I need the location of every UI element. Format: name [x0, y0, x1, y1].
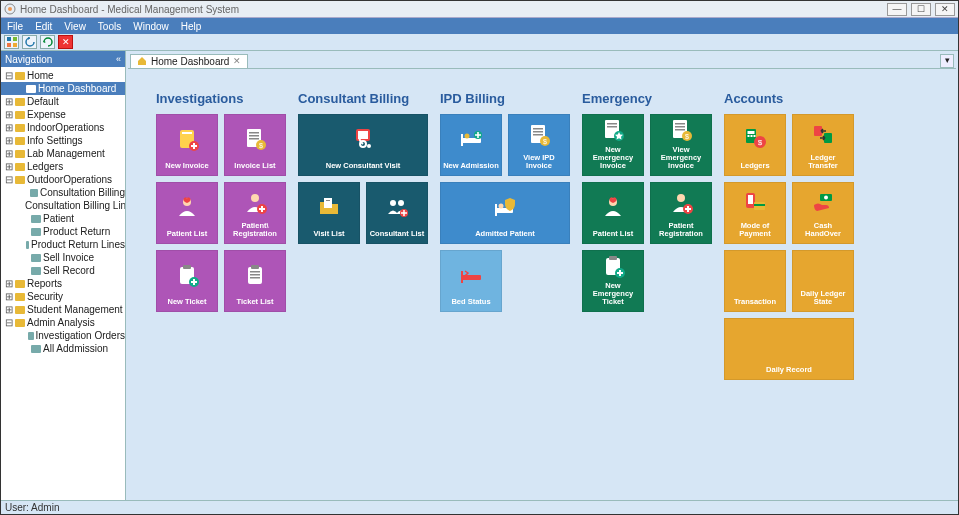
menu-view[interactable]: View [64, 21, 86, 32]
doc-money-icon: $ [526, 119, 552, 151]
tree-item-label: Consultation Billing [40, 187, 125, 198]
tab-dropdown-icon[interactable]: ▾ [940, 54, 954, 68]
tree-item[interactable]: ⊞Default [1, 95, 125, 108]
dashboard-section: EmergencyNew Emergency Invoice$View Emer… [582, 91, 712, 312]
svg-rect-70 [754, 135, 756, 137]
tree-item-label: Product Return [43, 226, 110, 237]
menu-tools[interactable]: Tools [98, 21, 121, 32]
tile[interactable]: Transaction [724, 250, 786, 312]
blank-icon [776, 323, 802, 363]
tile[interactable]: Patient List [582, 182, 644, 244]
tree-item[interactable]: ⊞Student Management [1, 303, 125, 316]
tile[interactable]: Consultant List [366, 182, 428, 244]
menu-window[interactable]: Window [133, 21, 169, 32]
tree-item[interactable]: Sell Record [1, 264, 125, 277]
tree-item[interactable]: Consultation Billing [1, 186, 125, 199]
doc-money-icon: $ [668, 117, 694, 143]
tree-item-label: Admin Analysis [27, 317, 95, 328]
tree-item[interactable]: ⊟Home [1, 69, 125, 82]
tree-item[interactable]: Home Dashboard [1, 82, 125, 95]
tree-item-label: Security [27, 291, 63, 302]
hand-cash-icon [810, 187, 836, 219]
tile[interactable]: Daily Record [724, 318, 854, 380]
tile[interactable]: Ticket List [224, 250, 286, 312]
tile[interactable]: New Consultant Visit [298, 114, 428, 176]
tree-item[interactable]: All Addmission [1, 342, 125, 355]
toolbar-button-back-icon[interactable] [22, 35, 37, 49]
tile[interactable]: New Admission [440, 114, 502, 176]
tile-label: Daily Ledger State [795, 290, 851, 306]
tile-label: Ledgers [740, 162, 769, 170]
tabstrip: Home Dashboard ✕ ▾ [128, 53, 956, 69]
menu-file[interactable]: File [7, 21, 23, 32]
tile-grid: $LedgersLedger TransferMode of PaymentCa… [724, 114, 854, 380]
tree-item[interactable]: ⊞Security [1, 290, 125, 303]
tree-item[interactable]: Product Return [1, 225, 125, 238]
tree-item[interactable]: ⊟OutdoorOperations [1, 173, 125, 186]
tile[interactable]: Patient Registration [650, 182, 712, 244]
tree-item[interactable]: Investigation Orders [1, 329, 125, 342]
tile[interactable]: Bed Status [440, 250, 502, 312]
section-title: IPD Billing [440, 91, 570, 106]
tile-label: New Consultant Visit [326, 162, 400, 170]
tile[interactable]: Visit List [298, 182, 360, 244]
folder-icon [15, 176, 25, 184]
minimize-button[interactable]: — [887, 3, 907, 16]
tile-label: Transaction [734, 298, 776, 306]
tile[interactable]: New Ticket [156, 250, 218, 312]
bed-plus-icon [458, 119, 484, 159]
tree-item[interactable]: ⊟Admin Analysis [1, 316, 125, 329]
tile[interactable]: Ledger Transfer [792, 114, 854, 176]
tree-item[interactable]: ⊞IndoorOperations [1, 121, 125, 134]
tile[interactable]: $Invoice List [224, 114, 286, 176]
maximize-button[interactable]: ☐ [911, 3, 931, 16]
tile[interactable]: New Emergency Ticket [582, 250, 644, 312]
menu-edit[interactable]: Edit [35, 21, 52, 32]
tree-item[interactable]: Patient [1, 212, 125, 225]
tile[interactable]: Patient\ Registration [224, 182, 286, 244]
navigation-tree[interactable]: ⊟HomeHome Dashboard⊞Default⊞Expense⊞Indo… [1, 67, 125, 500]
svg-rect-30 [324, 198, 332, 208]
tile-label: Patient List [593, 230, 633, 238]
tile[interactable]: Admitted Patient [440, 182, 570, 244]
tree-item[interactable]: ⊞Reports [1, 277, 125, 290]
folder-icon [15, 150, 25, 158]
tree-item[interactable]: ⊞Expense [1, 108, 125, 121]
app-icon [4, 3, 16, 15]
tile[interactable]: Patient List [156, 182, 218, 244]
tree-item[interactable]: ⊞Lab Management [1, 147, 125, 160]
tile[interactable]: Daily Ledger State [792, 250, 854, 312]
dashboard: InvestigationsNew Invoice$Invoice ListPa… [128, 69, 956, 498]
tile[interactable]: New Invoice [156, 114, 218, 176]
toolbar-button-refresh-icon[interactable] [40, 35, 55, 49]
svg-text:$: $ [758, 138, 763, 147]
tile[interactable]: New Emergency Invoice [582, 114, 644, 176]
toolbar-button-grid-icon[interactable] [4, 35, 19, 49]
close-button[interactable]: ✕ [935, 3, 955, 16]
tree-item[interactable]: Product Return Lines [1, 238, 125, 251]
svg-point-37 [465, 134, 470, 139]
menu-help[interactable]: Help [181, 21, 202, 32]
toolbar-button-close-icon[interactable]: ✕ [58, 35, 73, 49]
window-titlebar: Home Dashboard - Medical Management Syst… [1, 1, 958, 18]
tile[interactable]: Cash HandOver [792, 182, 854, 244]
folder-icon [26, 85, 36, 93]
svg-rect-7 [182, 132, 192, 134]
tree-item[interactable]: ⊞Ledgers [1, 160, 125, 173]
tab-close-icon[interactable]: ✕ [233, 56, 241, 66]
tree-item[interactable]: Sell Invoice [1, 251, 125, 264]
tile[interactable]: Mode of Payment [724, 182, 786, 244]
tree-item[interactable]: Consultation Billing Lines [1, 199, 125, 212]
tile[interactable]: $Ledgers [724, 114, 786, 176]
tree-twisty-icon: ⊞ [5, 291, 13, 302]
tile-grid: New Admission$View IPD InvoiceAdmitted P… [440, 114, 570, 312]
pin-icon[interactable]: « [116, 54, 121, 64]
svg-rect-10 [249, 132, 259, 134]
tree-item[interactable]: ⊞Info Settings [1, 134, 125, 147]
tile[interactable]: $View IPD Invoice [508, 114, 570, 176]
tree-item-label: Lab Management [27, 148, 105, 159]
tree-item-label: All Addmission [43, 343, 108, 354]
tile[interactable]: $View Emergency Invoice [650, 114, 712, 176]
tab-home-dashboard[interactable]: Home Dashboard ✕ [130, 54, 248, 68]
doc-plus-icon [174, 119, 200, 159]
